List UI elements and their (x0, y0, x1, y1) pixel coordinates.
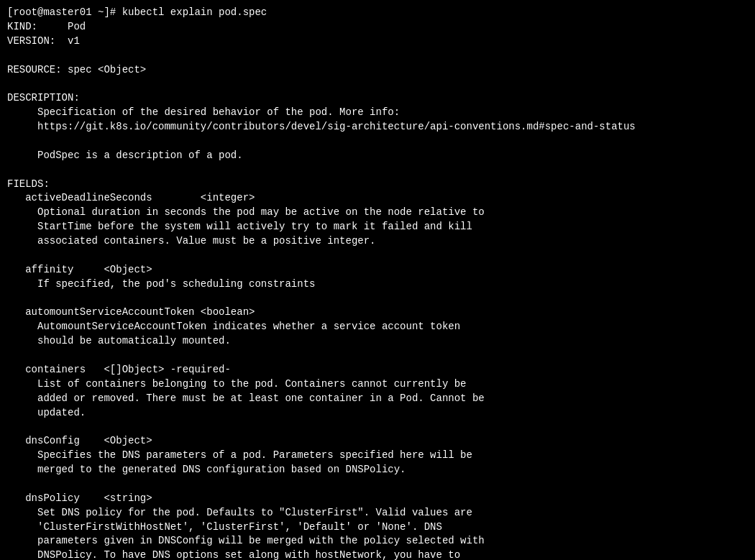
terminal-output: [root@master01 ~]# kubectl explain pod.s… (7, 6, 748, 560)
